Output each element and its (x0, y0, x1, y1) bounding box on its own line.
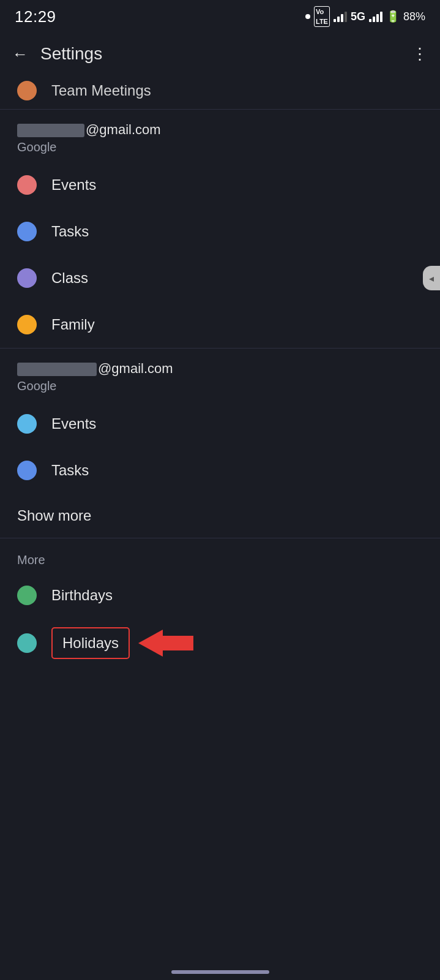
calendar-label: Events (51, 415, 96, 432)
calendar-color-dot (17, 414, 37, 434)
list-item-events-1[interactable]: Events (0, 162, 440, 208)
account2-header: @gmail.com Google (0, 349, 440, 401)
back-button[interactable]: ← (12, 45, 28, 64)
calendar-label: Team Meetings (51, 82, 151, 99)
list-item-class[interactable]: Class ◂ (0, 255, 440, 301)
account2-type: Google (17, 379, 423, 393)
page-title: Settings (40, 44, 400, 64)
home-bar (171, 970, 269, 974)
more-options-button[interactable]: ⋮ (412, 45, 428, 64)
signal-strength-2-icon (369, 11, 382, 22)
account1-type: Google (17, 140, 423, 154)
calendar-label: Tasks (51, 462, 89, 479)
calendar-color-dot (17, 461, 37, 480)
svg-marker-0 (138, 630, 193, 657)
status-time: 12:29 (15, 7, 56, 26)
calendar-label: Class (51, 270, 88, 287)
email-redacted-block (17, 124, 84, 137)
calendar-color-dot (17, 175, 37, 195)
calendar-color-dot (17, 633, 37, 653)
volte-icon: VoLTE (314, 6, 330, 27)
list-item-team-meetings[interactable]: Team Meetings (0, 76, 440, 109)
holidays-highlighted-label: Holidays (51, 627, 130, 659)
more-section-label: More (0, 538, 440, 572)
status-bar: 12:29 VoLTE 5G 🔋 88% (0, 0, 440, 32)
account2-email: @gmail.com (17, 361, 423, 377)
calendar-color-dot (17, 81, 37, 100)
app-bar: ← Settings ⋮ (0, 32, 440, 76)
list-item-birthdays[interactable]: Birthdays (0, 572, 440, 619)
account1-header: @gmail.com Google (0, 110, 440, 162)
calendar-label: Birthdays (51, 587, 113, 604)
calendar-color-dot (17, 268, 37, 288)
calendar-label: Family (51, 316, 95, 333)
calendar-color-dot (17, 222, 37, 241)
list-item-family[interactable]: Family (0, 301, 440, 348)
status-icons: VoLTE 5G 🔋 88% (305, 6, 425, 27)
calendar-label: Events (51, 176, 96, 194)
red-arrow-icon (138, 630, 193, 657)
list-item-tasks-2[interactable]: Tasks (0, 447, 440, 494)
list-item-events-2[interactable]: Events (0, 401, 440, 447)
notification-dot (305, 14, 310, 19)
show-more-button[interactable]: Show more (0, 494, 440, 538)
scrollbar-handle[interactable]: ◂ (423, 266, 440, 290)
list-item-holidays[interactable]: Holidays (0, 619, 440, 668)
home-indicator (0, 964, 440, 980)
list-item-tasks-1[interactable]: Tasks (0, 208, 440, 255)
calendar-label: Tasks (51, 223, 89, 240)
signal-strength-icon (334, 11, 347, 22)
arrow-indicator (138, 630, 193, 657)
scrollbar-arrow-icon: ◂ (429, 273, 434, 284)
calendar-color-dot (17, 586, 37, 605)
battery-icon: 🔋 (386, 10, 400, 23)
battery-percent: 88% (403, 10, 425, 23)
account1-email: @gmail.com (17, 122, 423, 138)
email-redacted-block-2 (17, 363, 97, 376)
calendar-color-dot (17, 315, 37, 334)
network-type-label: 5G (351, 10, 365, 23)
